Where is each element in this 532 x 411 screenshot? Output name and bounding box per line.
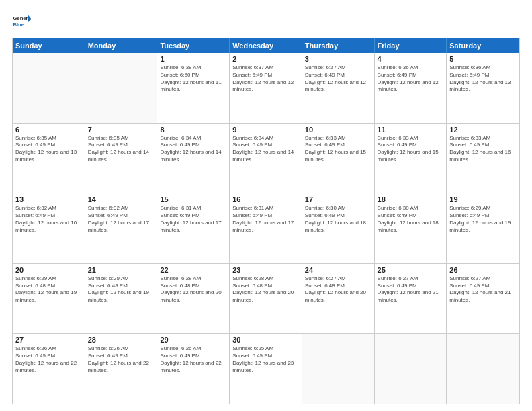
- day-cell-27: 27Sunrise: 6:26 AM Sunset: 6:49 PM Dayli…: [13, 334, 85, 404]
- day-info: Sunrise: 6:30 AM Sunset: 6:49 PM Dayligh…: [378, 205, 444, 234]
- day-cell-22: 22Sunrise: 6:28 AM Sunset: 6:48 PM Dayli…: [157, 264, 230, 334]
- day-cell-12: 12Sunrise: 6:33 AM Sunset: 6:49 PM Dayli…: [447, 124, 519, 193]
- day-number: 23: [232, 266, 299, 274]
- day-number: 12: [449, 126, 517, 134]
- day-cell-11: 11Sunrise: 6:33 AM Sunset: 6:49 PM Dayli…: [375, 124, 447, 193]
- day-info: Sunrise: 6:34 AM Sunset: 6:49 PM Dayligh…: [232, 135, 299, 164]
- day-number: 29: [160, 336, 226, 344]
- week-row-2: 6Sunrise: 6:35 AM Sunset: 6:49 PM Daylig…: [13, 124, 519, 194]
- day-cell-8: 8Sunrise: 6:34 AM Sunset: 6:49 PM Daylig…: [157, 124, 230, 193]
- day-info: Sunrise: 6:33 AM Sunset: 6:49 PM Dayligh…: [305, 135, 371, 164]
- empty-cell: [375, 334, 447, 404]
- empty-cell: [447, 334, 519, 404]
- day-info: Sunrise: 6:30 AM Sunset: 6:49 PM Dayligh…: [305, 205, 371, 234]
- day-info: Sunrise: 6:37 AM Sunset: 6:49 PM Dayligh…: [305, 64, 371, 93]
- day-info: Sunrise: 6:29 AM Sunset: 6:48 PM Dayligh…: [15, 275, 82, 304]
- day-number: 14: [88, 195, 154, 203]
- day-info: Sunrise: 6:25 AM Sunset: 6:49 PM Dayligh…: [232, 345, 299, 374]
- day-cell-3: 3Sunrise: 6:37 AM Sunset: 6:49 PM Daylig…: [302, 53, 375, 123]
- day-number: 24: [305, 266, 371, 274]
- day-number: 2: [232, 55, 299, 63]
- day-number: 22: [160, 266, 226, 274]
- header: GeneralBlue: [12, 12, 520, 31]
- day-number: 3: [305, 55, 371, 63]
- day-cell-23: 23Sunrise: 6:28 AM Sunset: 6:48 PM Dayli…: [230, 264, 302, 334]
- svg-text:Blue: Blue: [13, 21, 24, 28]
- day-number: 17: [305, 195, 371, 203]
- day-number: 25: [378, 266, 444, 274]
- empty-cell: [85, 53, 158, 123]
- day-info: Sunrise: 6:28 AM Sunset: 6:48 PM Dayligh…: [232, 275, 299, 304]
- day-cell-15: 15Sunrise: 6:31 AM Sunset: 6:49 PM Dayli…: [157, 193, 230, 263]
- calendar-body: 1Sunrise: 6:38 AM Sunset: 6:50 PM Daylig…: [13, 53, 519, 404]
- day-number: 8: [160, 126, 226, 134]
- day-cell-9: 9Sunrise: 6:34 AM Sunset: 6:49 PM Daylig…: [230, 124, 302, 193]
- header-day-friday: Friday: [375, 38, 447, 53]
- day-number: 11: [378, 126, 444, 134]
- day-cell-2: 2Sunrise: 6:37 AM Sunset: 6:49 PM Daylig…: [230, 53, 302, 123]
- day-info: Sunrise: 6:33 AM Sunset: 6:49 PM Dayligh…: [449, 135, 517, 164]
- day-number: 19: [449, 195, 517, 203]
- empty-cell: [302, 334, 375, 404]
- day-cell-20: 20Sunrise: 6:29 AM Sunset: 6:48 PM Dayli…: [13, 264, 85, 334]
- day-cell-6: 6Sunrise: 6:35 AM Sunset: 6:49 PM Daylig…: [13, 124, 85, 193]
- day-number: 27: [15, 336, 82, 344]
- day-number: 30: [232, 336, 299, 344]
- day-cell-19: 19Sunrise: 6:29 AM Sunset: 6:49 PM Dayli…: [447, 193, 519, 263]
- day-number: 7: [88, 126, 154, 134]
- day-number: 18: [378, 195, 444, 203]
- header-day-saturday: Saturday: [447, 38, 519, 53]
- week-row-5: 27Sunrise: 6:26 AM Sunset: 6:49 PM Dayli…: [13, 334, 519, 404]
- header-day-thursday: Thursday: [302, 38, 375, 53]
- day-info: Sunrise: 6:27 AM Sunset: 6:49 PM Dayligh…: [378, 275, 444, 304]
- day-number: 15: [160, 195, 226, 203]
- day-cell-30: 30Sunrise: 6:25 AM Sunset: 6:49 PM Dayli…: [230, 334, 302, 404]
- day-info: Sunrise: 6:34 AM Sunset: 6:49 PM Dayligh…: [160, 135, 226, 164]
- week-row-1: 1Sunrise: 6:38 AM Sunset: 6:50 PM Daylig…: [13, 53, 519, 124]
- day-info: Sunrise: 6:38 AM Sunset: 6:50 PM Dayligh…: [160, 64, 226, 93]
- calendar-header: SundayMondayTuesdayWednesdayThursdayFrid…: [13, 38, 519, 53]
- day-number: 10: [305, 126, 371, 134]
- day-info: Sunrise: 6:27 AM Sunset: 6:49 PM Dayligh…: [449, 275, 517, 304]
- day-cell-29: 29Sunrise: 6:26 AM Sunset: 6:49 PM Dayli…: [157, 334, 230, 404]
- day-info: Sunrise: 6:36 AM Sunset: 6:49 PM Dayligh…: [449, 64, 517, 93]
- day-cell-4: 4Sunrise: 6:36 AM Sunset: 6:49 PM Daylig…: [375, 53, 447, 123]
- day-cell-14: 14Sunrise: 6:32 AM Sunset: 6:49 PM Dayli…: [85, 193, 158, 263]
- day-number: 4: [378, 55, 444, 63]
- empty-cell: [13, 53, 85, 123]
- day-cell-5: 5Sunrise: 6:36 AM Sunset: 6:49 PM Daylig…: [447, 53, 519, 123]
- day-number: 21: [88, 266, 154, 274]
- day-info: Sunrise: 6:26 AM Sunset: 6:49 PM Dayligh…: [160, 345, 226, 374]
- day-number: 9: [232, 126, 299, 134]
- day-number: 1: [160, 55, 226, 63]
- header-day-monday: Monday: [85, 38, 158, 53]
- day-cell-24: 24Sunrise: 6:27 AM Sunset: 6:48 PM Dayli…: [302, 264, 375, 334]
- day-cell-25: 25Sunrise: 6:27 AM Sunset: 6:49 PM Dayli…: [375, 264, 447, 334]
- header-day-wednesday: Wednesday: [230, 38, 302, 53]
- day-info: Sunrise: 6:26 AM Sunset: 6:49 PM Dayligh…: [88, 345, 154, 374]
- day-cell-16: 16Sunrise: 6:31 AM Sunset: 6:49 PM Dayli…: [230, 193, 302, 263]
- day-number: 26: [449, 266, 517, 274]
- day-info: Sunrise: 6:35 AM Sunset: 6:49 PM Dayligh…: [88, 135, 154, 164]
- logo: GeneralBlue: [12, 12, 31, 31]
- day-cell-21: 21Sunrise: 6:29 AM Sunset: 6:48 PM Dayli…: [85, 264, 158, 334]
- day-info: Sunrise: 6:31 AM Sunset: 6:49 PM Dayligh…: [160, 205, 226, 234]
- day-cell-7: 7Sunrise: 6:35 AM Sunset: 6:49 PM Daylig…: [85, 124, 158, 193]
- day-number: 20: [15, 266, 82, 274]
- day-info: Sunrise: 6:31 AM Sunset: 6:49 PM Dayligh…: [232, 205, 299, 234]
- day-cell-1: 1Sunrise: 6:38 AM Sunset: 6:50 PM Daylig…: [157, 53, 230, 123]
- day-info: Sunrise: 6:32 AM Sunset: 6:49 PM Dayligh…: [88, 205, 154, 234]
- week-row-4: 20Sunrise: 6:29 AM Sunset: 6:48 PM Dayli…: [13, 264, 519, 334]
- day-cell-10: 10Sunrise: 6:33 AM Sunset: 6:49 PM Dayli…: [302, 124, 375, 193]
- header-day-sunday: Sunday: [13, 38, 85, 53]
- day-info: Sunrise: 6:29 AM Sunset: 6:48 PM Dayligh…: [88, 275, 154, 304]
- page: GeneralBlue SundayMondayTuesdayWednesday…: [0, 0, 532, 411]
- calendar: SundayMondayTuesdayWednesdayThursdayFrid…: [12, 38, 520, 404]
- day-number: 16: [232, 195, 299, 203]
- day-cell-17: 17Sunrise: 6:30 AM Sunset: 6:49 PM Dayli…: [302, 193, 375, 263]
- day-info: Sunrise: 6:37 AM Sunset: 6:49 PM Dayligh…: [232, 64, 299, 93]
- day-info: Sunrise: 6:26 AM Sunset: 6:49 PM Dayligh…: [15, 345, 82, 374]
- day-info: Sunrise: 6:35 AM Sunset: 6:49 PM Dayligh…: [15, 135, 82, 164]
- day-info: Sunrise: 6:29 AM Sunset: 6:49 PM Dayligh…: [449, 205, 517, 234]
- day-info: Sunrise: 6:36 AM Sunset: 6:49 PM Dayligh…: [378, 64, 444, 93]
